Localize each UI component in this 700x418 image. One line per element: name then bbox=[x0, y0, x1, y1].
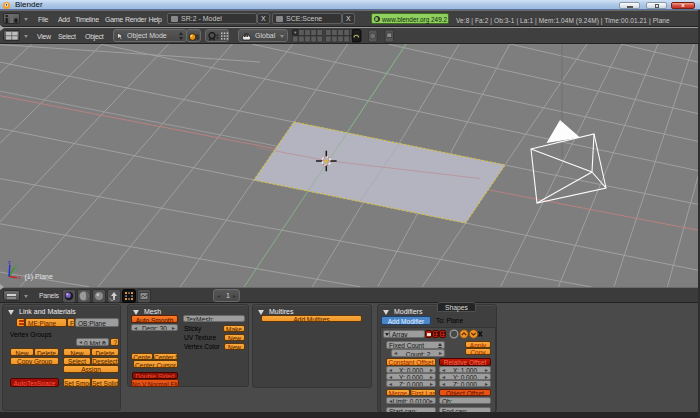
svg-text:(1) Plane: (1) Plane bbox=[25, 273, 54, 281]
